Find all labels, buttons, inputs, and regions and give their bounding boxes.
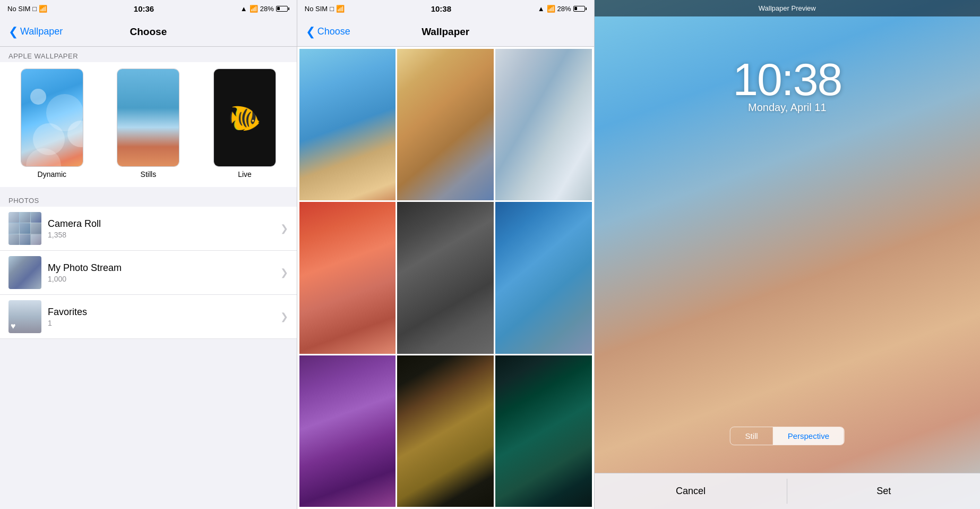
nav-title-1: Choose [130,26,167,38]
photo-stream-thumb [8,256,41,289]
sim-icon-1: □ [32,5,37,13]
wallpaper-type-stills[interactable]: Stills [117,69,179,179]
wallpaper-types-grid: Dynamic Stills Live [0,62,297,187]
photo-stream-thumb-bg [8,256,41,289]
gallery-cell-6[interactable] [495,202,592,353]
status-time-1: 10:36 [134,4,154,13]
wallpaper-type-dynamic[interactable]: Dynamic [21,69,83,179]
gallery-cell-4[interactable] [299,202,396,353]
gallery-cell-9[interactable] [495,355,592,507]
carrier-label-1: No SIM [7,5,30,13]
cancel-button[interactable]: Cancel [595,473,787,509]
gallery-cell-5[interactable] [397,202,494,353]
nav-title-2: Wallpaper [422,26,469,38]
wifi-icon-1: 📶 [39,5,47,13]
gallery-cell-7[interactable] [299,355,396,507]
thumb-cell [8,212,19,223]
location-icon-2: ▲ [538,5,545,13]
thumb-cell [31,234,41,245]
favorites-chevron-icon: ❯ [280,311,288,323]
carrier-label-2: No SIM [305,5,328,13]
back-chevron-icon-2: ❮ [306,25,315,39]
thumb-cell [20,212,30,223]
live-thumb-bg [214,69,276,166]
gallery-cell-2[interactable] [397,49,494,200]
bluetooth-icon-2: 📶 [547,5,555,13]
favorites-thumb-bg: ♥ [8,300,41,333]
heart-icon: ♥ [11,321,16,331]
favorites-info: Favorites 1 [48,307,274,327]
status-bar-2: No SIM □ 📶 10:38 ▲ 📶 28% [297,0,594,17]
panel-wallpaper-preview: Wallpaper Preview 10:38 Monday, April 11… [595,0,980,509]
camera-roll-count: 1,358 [48,231,274,239]
album-favorites[interactable]: ♥ Favorites 1 ❯ [0,295,297,339]
camera-roll-thumb-bg [8,212,41,245]
battery-icon-1 [276,6,289,12]
back-button-1[interactable]: ❮ Wallpaper [8,25,63,39]
wallpaper-gallery-grid [297,47,594,509]
back-chevron-icon-1: ❮ [8,25,18,39]
perspective-toggle-button[interactable]: Perspective [773,427,844,445]
thumb-cell [20,234,30,245]
photo-stream-info: My Photo Stream 1,000 [48,262,274,283]
back-label-1[interactable]: Wallpaper [20,26,63,37]
gallery-cell-1[interactable] [299,49,396,200]
wallpaper-type-live[interactable]: Live [213,69,276,179]
gallery-cell-8[interactable] [397,355,494,507]
preview-title-text: Wallpaper Preview [759,4,816,12]
status-time-2: 10:38 [431,4,451,13]
thumb-cell [31,212,41,223]
camera-roll-thumb [8,212,41,245]
thumb-cell [8,234,19,245]
section-header-photos: PHOTOS [0,191,297,207]
preview-title-bar: Wallpaper Preview [595,0,980,16]
status-left-2: No SIM □ 📶 [305,5,345,13]
favorites-thumb: ♥ [8,300,41,333]
thumb-cell [31,223,41,234]
album-photo-stream[interactable]: My Photo Stream 1,000 ❯ [0,251,297,295]
still-toggle-button[interactable]: Still [730,427,772,445]
back-label-2[interactable]: Choose [317,26,350,37]
sim-icon-2: □ [330,5,334,13]
panel-choose-wallpaper: No SIM □ 📶 10:36 ▲ 📶 28% ❮ Wallpaper Cho… [0,0,297,509]
battery-percent-1: 28% [260,5,274,13]
stills-thumb [117,69,179,167]
camera-roll-chevron-icon: ❯ [280,223,288,234]
stills-label: Stills [141,170,157,179]
status-left-1: No SIM □ 📶 [7,5,47,13]
gallery-cell-3[interactable] [495,49,592,200]
status-bar-1: No SIM □ 📶 10:36 ▲ 📶 28% [0,0,297,17]
photo-albums-list: Camera Roll 1,358 ❯ My Photo Stream 1,00… [0,207,297,339]
wallpaper-types-row: Dynamic Stills Live [6,69,290,179]
thumb-cell [20,223,30,234]
live-label: Live [238,170,252,179]
photo-stream-chevron-icon: ❯ [280,267,288,278]
section-header-apple: APPLE WALLPAPER [0,47,297,62]
live-thumb [213,69,276,167]
thumb-cell [8,223,19,234]
camera-roll-name: Camera Roll [48,218,274,230]
bluetooth-icon-1: 📶 [250,5,258,13]
nav-bar-1: ❮ Wallpaper Choose [0,17,297,47]
dynamic-label: Dynamic [38,170,66,179]
favorites-name: Favorites [48,307,274,318]
panel-wallpaper-gallery: No SIM □ 📶 10:38 ▲ 📶 28% ❮ Choose Wallpa… [297,0,595,509]
nav-bar-2: ❮ Choose Wallpaper [297,17,594,47]
dynamic-thumb [21,69,83,167]
back-button-2[interactable]: ❮ Choose [306,25,350,39]
camera-roll-info: Camera Roll 1,358 [48,218,274,239]
photo-stream-count: 1,000 [48,275,274,283]
battery-percent-2: 28% [557,5,571,13]
dynamic-thumb-bg [21,69,83,166]
location-icon-1: ▲ [240,5,247,13]
battery-icon-2 [573,6,587,12]
album-camera-roll[interactable]: Camera Roll 1,358 ❯ [0,207,297,251]
preview-date: Monday, April 11 [748,101,827,114]
status-right-2: ▲ 📶 28% [538,5,587,13]
stills-thumb-bg [117,69,179,166]
wifi-icon-2: 📶 [336,5,345,13]
set-button[interactable]: Set [787,473,980,509]
status-right-1: ▲ 📶 28% [240,5,289,13]
preview-actions: Cancel Set [595,473,980,509]
favorites-count: 1 [48,319,274,327]
